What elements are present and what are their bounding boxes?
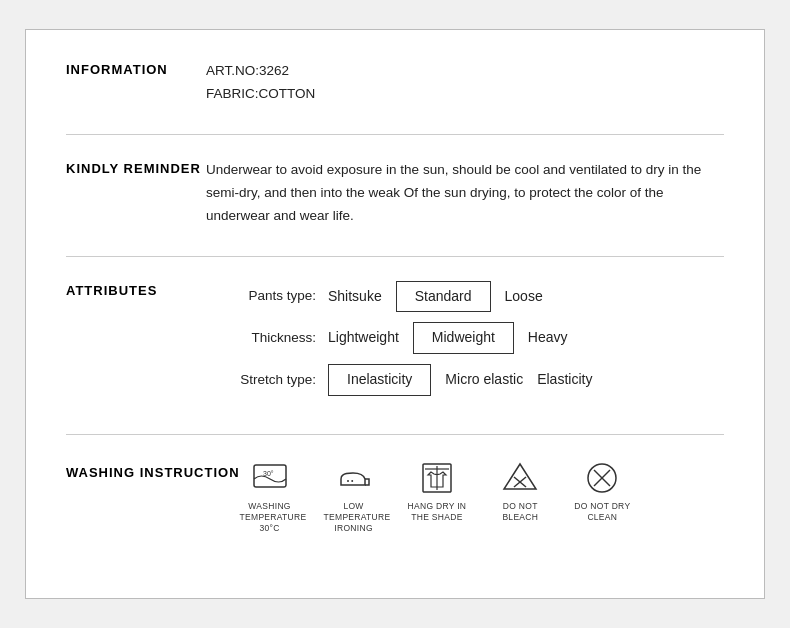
pants-type-values: Shitsuke Standard Loose: [328, 281, 543, 313]
stretch-type-row: Stretch type: Inelasticity Micro elastic…: [206, 364, 724, 396]
no-bleach-label: DO NOT BLEACH: [490, 501, 550, 523]
pants-loose[interactable]: Loose: [505, 282, 543, 312]
divider-1: [66, 134, 724, 135]
pants-shitsuke[interactable]: Shitsuke: [328, 282, 382, 312]
stretch-type-values: Inelasticity Micro elastic Elasticity: [328, 364, 592, 396]
washing-section: WASHING INSTRUCTION 30° WASHINGTEMPERATU…: [66, 459, 724, 534]
reminder-section: KINDLY REMINDER Underwear to avoid expos…: [66, 159, 724, 228]
thickness-row: Thickness: Lightweight Midweight Heavy: [206, 322, 724, 354]
low-temp-iron-block: • LOW TEMPERATUREIRONING: [324, 459, 384, 534]
stretch-elasticity[interactable]: Elasticity: [537, 365, 592, 395]
divider-2: [66, 256, 724, 257]
low-temp-iron-label: LOW TEMPERATUREIRONING: [324, 501, 384, 534]
wash-30-icon: 30°: [251, 459, 289, 497]
thickness-heavy[interactable]: Heavy: [528, 323, 568, 353]
thickness-lightweight[interactable]: Lightweight: [328, 323, 399, 353]
information-section: INFORMATION ART.NO:3262 FABRIC:COTTON: [66, 60, 724, 106]
reminder-text: Underwear to avoid exposure in the sun, …: [206, 159, 724, 228]
attributes-label: ATTRIBUTES: [66, 281, 206, 298]
hang-dry-label: HANG DRY INTHE SHADE: [408, 501, 467, 523]
low-temp-iron-icon: •: [335, 459, 373, 497]
svg-text:30°: 30°: [263, 470, 274, 477]
art-no: ART.NO:3262: [206, 60, 724, 83]
svg-point-2: [347, 480, 349, 482]
washing-label: WASHING INSTRUCTION: [66, 459, 240, 480]
product-info-card: INFORMATION ART.NO:3262 FABRIC:COTTON KI…: [25, 29, 765, 599]
pants-type-label: Pants type:: [206, 285, 316, 308]
attributes-content: Pants type: Shitsuke Standard Loose Thic…: [206, 281, 724, 406]
pants-type-row: Pants type: Shitsuke Standard Loose: [206, 281, 724, 313]
thickness-label: Thickness:: [206, 327, 316, 350]
hang-dry-block: HANG DRY INTHE SHADE: [408, 459, 467, 523]
wash-30-label: WASHINGTEMPERATURE 30°C: [240, 501, 300, 534]
information-content: ART.NO:3262 FABRIC:COTTON: [206, 60, 724, 106]
attributes-section: ATTRIBUTES Pants type: Shitsuke Standard…: [66, 281, 724, 406]
stretch-type-label: Stretch type:: [206, 369, 316, 392]
no-bleach-icon: [501, 459, 539, 497]
information-label: INFORMATION: [66, 60, 206, 77]
hang-dry-icon: [418, 459, 456, 497]
thickness-values: Lightweight Midweight Heavy: [328, 322, 568, 354]
fabric: FABRIC:COTTON: [206, 83, 724, 106]
svg-text:•: •: [351, 477, 354, 484]
washing-icons: 30° WASHINGTEMPERATURE 30°C • LOW TEMPER…: [240, 459, 631, 534]
reminder-label: KINDLY REMINDER: [66, 159, 206, 176]
no-dry-clean-label: DO NOT DRYCLEAN: [574, 501, 630, 523]
stretch-inelasticity[interactable]: Inelasticity: [328, 364, 431, 396]
svg-marker-7: [504, 464, 536, 489]
no-dry-clean-icon: [583, 459, 621, 497]
thickness-midweight[interactable]: Midweight: [413, 322, 514, 354]
pants-standard[interactable]: Standard: [396, 281, 491, 313]
wash-30-block: 30° WASHINGTEMPERATURE 30°C: [240, 459, 300, 534]
no-dry-clean-block: DO NOT DRYCLEAN: [574, 459, 630, 523]
divider-3: [66, 434, 724, 435]
stretch-micro[interactable]: Micro elastic: [445, 365, 523, 395]
no-bleach-block: DO NOT BLEACH: [490, 459, 550, 523]
